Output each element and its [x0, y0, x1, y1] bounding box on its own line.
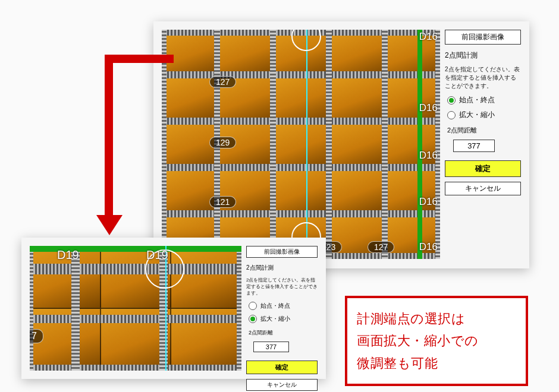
prev-image-button[interactable]: 前回撮影画像 — [246, 246, 318, 258]
radio-label: 始点・終点 — [459, 95, 495, 105]
rebar-label: D19 — [57, 248, 79, 262]
spacing-tag: 7 — [30, 329, 43, 343]
caption-line: 画面拡大・縮小での — [357, 330, 516, 352]
radio-icon — [447, 111, 456, 119]
rebar-label: D16 — [419, 241, 438, 253]
rebar-label: D19 — [146, 248, 168, 262]
measurement-window-large: D16 D16 D16 D16 D16 127 129 121 125 129 … — [153, 21, 529, 268]
spacing-tag: 129 — [209, 137, 236, 148]
flow-arrow-horizontal — [105, 55, 174, 63]
caption-line: 微調整も可能 — [357, 352, 516, 374]
spacing-tag: 121 — [209, 196, 236, 208]
rebar-label: D16 — [419, 150, 438, 162]
spacing-tag: 127 — [209, 76, 236, 88]
cancel-button[interactable]: キャンセル — [445, 182, 521, 195]
confirm-button[interactable]: 確定 — [445, 160, 521, 177]
radio-label: 始点・終点 — [260, 302, 290, 310]
radio-zoom[interactable]: 拡大・縮小 — [447, 110, 521, 120]
caption-box: 計測端点の選択は 画面拡大・縮小での 微調整も可能 — [345, 296, 528, 386]
distance-label: 2点間距離 — [447, 126, 521, 135]
distance-label: 2点間距離 — [249, 329, 318, 337]
photo-viewport-zoomed[interactable]: D19 D19 7 — [30, 246, 241, 371]
caption-line: 計測端点の選択は — [357, 308, 516, 330]
radio-icon — [249, 315, 257, 323]
radio-start-end[interactable]: 始点・終点 — [447, 95, 521, 105]
radio-icon — [249, 302, 257, 310]
photo-viewport[interactable]: D16 D16 D16 D16 D16 127 129 121 125 129 … — [162, 30, 440, 259]
panel-title: 2点間計測 — [246, 264, 318, 272]
panel-title: 2点間計測 — [445, 50, 521, 61]
green-reference-line — [417, 30, 422, 259]
rebar-label: D16 — [419, 196, 438, 208]
prev-image-button[interactable]: 前回撮影画像 — [445, 30, 521, 45]
rebar-label: D16 — [419, 102, 438, 114]
rebar-label: D16 — [419, 31, 438, 43]
control-panel: 前回撮影画像 2点間計測 2点を指定してください。表を指定すると値を挿入すること… — [246, 246, 318, 371]
radio-label: 拡大・縮小 — [459, 110, 495, 120]
panel-help-text: 2点を指定してください。表を指定すると値を挿入することができます。 — [246, 277, 318, 297]
control-panel: 前回撮影画像 2点間計測 2点を指定してください。表を指定すると値を挿入すること… — [445, 30, 521, 260]
cancel-button[interactable]: キャンセル — [246, 379, 318, 391]
spacing-tag: 127 — [368, 241, 394, 253]
distance-value[interactable]: 377 — [453, 140, 495, 152]
radio-zoom[interactable]: 拡大・縮小 — [249, 315, 318, 323]
distance-value[interactable]: 377 — [253, 342, 289, 352]
radio-icon — [447, 96, 456, 105]
flow-arrow-head-icon — [96, 215, 123, 235]
confirm-button[interactable]: 確定 — [246, 361, 318, 374]
radio-start-end[interactable]: 始点・終点 — [249, 302, 318, 310]
radio-label: 拡大・縮小 — [260, 315, 290, 323]
panel-help-text: 2点を指定してください。表を指定すると値を挿入することができます。 — [445, 65, 521, 90]
measurement-window-small: D19 D19 7 前回撮影画像 2点間計測 2点を指定してください。表を指定す… — [21, 238, 326, 379]
flow-arrow-vertical — [105, 55, 113, 217]
